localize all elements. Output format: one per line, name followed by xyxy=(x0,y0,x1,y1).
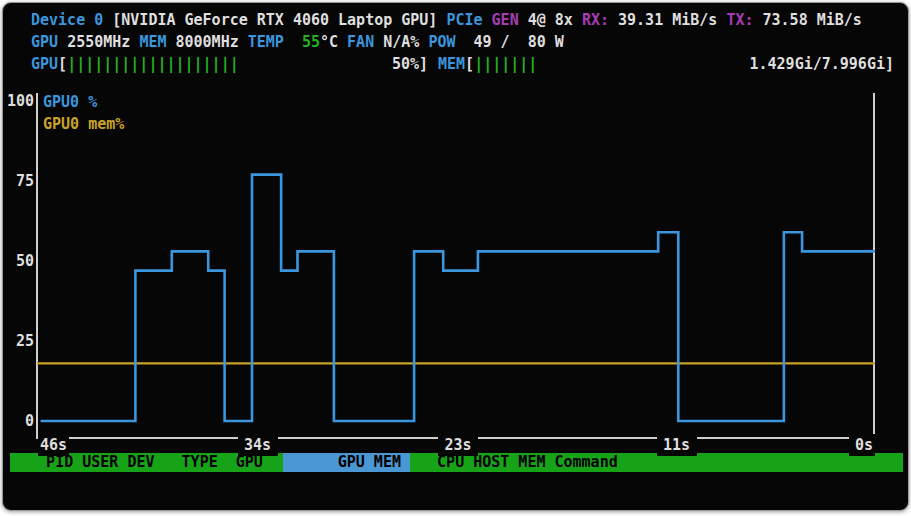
screenshot-root: { "colors": { "blue": "#3B96DE", "magent… xyxy=(0,0,911,516)
x-tick-23s: 23s xyxy=(438,434,478,456)
gpu-util-line xyxy=(41,175,875,421)
terminal-content: Device 0 [NVIDIA GeForce RTX 4060 Laptop… xyxy=(2,2,909,511)
x-tick-34s: 34s xyxy=(238,434,278,456)
x-tick-46s: 46s xyxy=(38,434,69,456)
x-tick-11s: 11s xyxy=(657,434,697,456)
x-tick-0s: 0s xyxy=(849,434,875,456)
nvtop-terminal-window: Device 0 [NVIDIA GeForce RTX 4060 Laptop… xyxy=(2,2,909,511)
